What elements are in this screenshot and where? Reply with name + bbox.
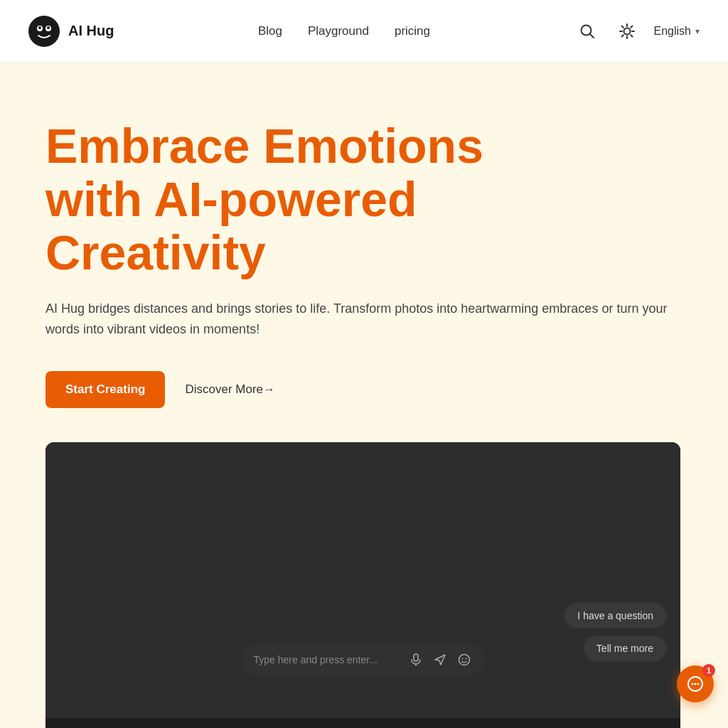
svg-point-31: [697, 683, 700, 685]
svg-point-3: [38, 26, 41, 29]
nav-links: Blog Playground pricing: [258, 24, 430, 38]
theme-toggle-button[interactable]: [614, 18, 640, 44]
video-content: I have a question Tell me more Type here…: [46, 442, 680, 718]
svg-point-29: [692, 683, 694, 685]
nav-blog[interactable]: Blog: [258, 24, 282, 38]
svg-line-13: [631, 35, 632, 36]
video-player: I have a question Tell me more Type here…: [46, 442, 680, 728]
svg-point-19: [461, 658, 463, 659]
svg-line-14: [631, 26, 632, 27]
chat-bubble-1: I have a question: [564, 603, 666, 628]
chevron-down-icon: ▾: [695, 26, 700, 36]
language-selector[interactable]: English ▾: [654, 25, 700, 38]
svg-point-18: [459, 654, 469, 665]
start-creating-button[interactable]: Start Creating: [46, 371, 165, 408]
svg-point-20: [465, 658, 466, 659]
svg-line-12: [621, 26, 623, 27]
search-icon: [579, 23, 595, 39]
search-button[interactable]: [574, 18, 600, 44]
hero-subtitle: AI Hug bridges distances and brings stor…: [46, 299, 671, 340]
logo-icon: [28, 16, 60, 47]
video-controls: 0:00: [46, 718, 680, 728]
chat-input-placeholder: Type here and press enter...: [254, 654, 400, 665]
svg-point-7: [623, 28, 630, 34]
svg-rect-16: [414, 654, 418, 661]
svg-line-15: [621, 35, 623, 36]
chat-fab-icon: [686, 675, 705, 693]
chat-bubble-2: Tell me more: [584, 636, 666, 661]
hero-buttons: Start Creating Discover More→: [46, 371, 682, 408]
chat-overlay: I have a question Tell me more: [564, 603, 666, 661]
navbar-actions: English ▾: [574, 18, 700, 44]
fab-badge: 1: [702, 664, 715, 677]
svg-point-0: [28, 16, 60, 47]
nav-playground[interactable]: Playground: [308, 24, 369, 38]
brand-name: AI Hug: [68, 23, 114, 39]
nav-pricing[interactable]: pricing: [395, 24, 430, 38]
logo[interactable]: AI Hug: [28, 16, 114, 47]
sun-icon: [619, 23, 635, 39]
language-label: English: [654, 25, 691, 38]
svg-line-6: [589, 33, 594, 38]
navbar: AI Hug Blog Playground pricing: [0, 0, 728, 63]
hero-title: Embrace Emotions with AI-powered Creativ…: [46, 119, 586, 279]
emoji-icon[interactable]: [456, 651, 473, 668]
discover-more-button[interactable]: Discover More→: [185, 382, 275, 397]
svg-point-30: [695, 683, 697, 685]
hero-section: Embrace Emotions with AI-powered Creativ…: [0, 63, 728, 728]
chat-input-area: Type here and press enter...: [242, 644, 484, 675]
svg-point-4: [47, 26, 50, 29]
mic-icon[interactable]: [407, 651, 424, 668]
send-icon[interactable]: [432, 651, 449, 668]
fab-chat-button[interactable]: 1: [677, 665, 714, 702]
